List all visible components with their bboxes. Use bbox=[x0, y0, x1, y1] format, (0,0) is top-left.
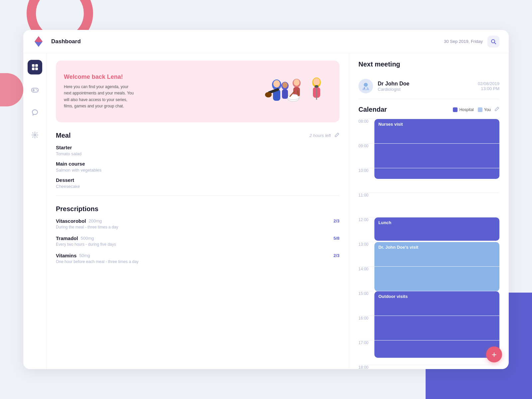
doctor-name: Dr John Doe bbox=[378, 81, 478, 87]
meeting-time: 02/08/2019 13:00 PM bbox=[478, 81, 499, 91]
presc-3-count: 2/3 bbox=[333, 253, 339, 258]
time-content-0900 bbox=[374, 144, 499, 168]
time-label-1300: 13:00 bbox=[358, 242, 374, 247]
time-slot-1200: 12:00 Lunch bbox=[358, 217, 499, 242]
calendar-title: Calendar bbox=[358, 106, 453, 113]
time-label-1700: 17:00 bbox=[358, 340, 374, 345]
meal-edit-icon[interactable] bbox=[334, 132, 339, 139]
app-body: Welcome back Lena! Here you can find you… bbox=[23, 53, 509, 369]
meal-main-detail: Salmon with vegetables bbox=[56, 168, 339, 173]
svg-line-25 bbox=[298, 91, 298, 96]
svg-rect-5 bbox=[35, 64, 38, 67]
add-event-button[interactable]: + bbox=[486, 346, 502, 362]
welcome-body: Here you can find your agenda, your next… bbox=[64, 84, 137, 109]
svg-point-13 bbox=[34, 134, 36, 136]
calendar-edit-icon[interactable] bbox=[494, 106, 499, 113]
welcome-illustration bbox=[258, 70, 332, 113]
page-title: Dashboard bbox=[51, 38, 81, 45]
legend-you-label: You bbox=[484, 107, 491, 112]
time-label-0800: 08:00 bbox=[358, 119, 374, 124]
next-meeting-section: Next meeting Dr John Doe bbox=[358, 61, 499, 99]
right-panel: Next meeting Dr John Doe bbox=[349, 53, 509, 369]
time-content-1300: Dr. John Doe's visit bbox=[374, 242, 499, 266]
prescriptions-title: Prescriptions bbox=[56, 205, 339, 213]
svg-point-23 bbox=[287, 94, 299, 100]
meeting-hour: 13:00 PM bbox=[478, 86, 499, 91]
welcome-banner: Welcome back Lena! Here you can find you… bbox=[56, 61, 339, 122]
svg-point-18 bbox=[265, 92, 272, 97]
presc-1-count: 2/3 bbox=[333, 218, 339, 223]
meal-starter-label: Starter bbox=[56, 145, 339, 150]
meeting-card: Dr John Doe Cardiologist 02/08/2019 13:0… bbox=[358, 73, 499, 99]
next-meeting-title: Next meeting bbox=[358, 61, 499, 68]
presc-2-count: 5/8 bbox=[333, 236, 339, 241]
time-content-1800 bbox=[374, 365, 499, 369]
svg-point-16 bbox=[273, 80, 280, 87]
time-content-0800: Nurses visit bbox=[374, 119, 499, 143]
app-logo bbox=[33, 36, 45, 48]
presc-3-name: Vitamins bbox=[56, 253, 76, 258]
time-content-1200: Lunch bbox=[374, 217, 499, 242]
event-lunch[interactable]: Lunch bbox=[374, 217, 499, 241]
doctor-avatar bbox=[358, 79, 373, 93]
meal-starter-detail: Tomato salad bbox=[56, 151, 339, 156]
sidebar-item-chat[interactable] bbox=[28, 105, 42, 120]
time-slot-1500: 15:00 Outdoor visits bbox=[358, 291, 499, 316]
meal-dessert-label: Dessert bbox=[56, 177, 339, 183]
presc-1-name: Vitascorobol bbox=[56, 218, 86, 224]
meal-section: Meal 2 hours left Starter Tomato salad bbox=[56, 132, 339, 189]
current-date: 30 Sep 2019, Friday bbox=[444, 39, 483, 44]
svg-rect-32 bbox=[282, 89, 288, 99]
svg-point-34 bbox=[364, 83, 368, 87]
left-panel: Welcome back Lena! Here you can find you… bbox=[47, 53, 349, 369]
app-container: Dashboard 30 Sep 2019, Friday bbox=[23, 30, 509, 369]
doctor-specialty: Cardiologist bbox=[378, 87, 478, 92]
prescription-3: Vitamins 50mg 2/3 One hour before each m… bbox=[56, 253, 339, 264]
meal-dessert-detail: Cheesecake bbox=[56, 184, 339, 189]
time-label-1100: 11:00 bbox=[358, 193, 374, 198]
meeting-date: 02/08/2019 bbox=[478, 81, 499, 86]
section-divider-1 bbox=[56, 196, 339, 196]
svg-rect-6 bbox=[32, 67, 35, 70]
sidebar-item-games[interactable] bbox=[28, 82, 42, 97]
time-content-1500: Outdoor visits bbox=[374, 291, 499, 316]
prescriptions-section: Prescriptions Vitascorobol 200mg 2/3 Dur… bbox=[56, 205, 339, 264]
time-slot-1800: 18:00 bbox=[358, 365, 499, 369]
legend-hospital-dot bbox=[453, 107, 458, 112]
prescription-2: Tramadol 500mg 5/8 Every two hours - dur… bbox=[56, 235, 339, 247]
presc-1-dose: 200mg bbox=[89, 218, 102, 223]
sidebar-item-settings[interactable] bbox=[28, 128, 42, 142]
time-slot-1300: 13:00 Dr. John Doe's visit bbox=[358, 242, 499, 266]
svg-point-28 bbox=[313, 78, 320, 85]
meal-meta: 2 hours left bbox=[310, 133, 331, 138]
presc-3-detail: One hour before each meal - three times … bbox=[56, 259, 339, 264]
time-label-1000: 10:00 bbox=[358, 168, 374, 173]
prescription-1: Vitascorobol 200mg 2/3 During the meal -… bbox=[56, 218, 339, 229]
sidebar-item-dashboard[interactable] bbox=[28, 60, 42, 74]
meal-dessert: Dessert Cheesecake bbox=[56, 177, 339, 189]
svg-rect-36 bbox=[364, 87, 365, 89]
svg-point-11 bbox=[36, 89, 36, 90]
time-slot-1700: 17:00 bbox=[358, 340, 499, 365]
calendar-section: Calendar Hospital You bbox=[358, 106, 499, 325]
time-label-0900: 09:00 bbox=[358, 144, 374, 148]
time-label-1800: 18:00 bbox=[358, 365, 374, 369]
time-label-1600: 16:00 bbox=[358, 316, 374, 321]
svg-rect-7 bbox=[35, 67, 38, 70]
svg-point-30 bbox=[315, 85, 319, 88]
sidebar bbox=[23, 53, 47, 369]
meal-main: Main course Salmon with vegetables bbox=[56, 161, 339, 173]
time-label-1200: 12:00 bbox=[358, 217, 374, 222]
presc-3-dose: 50mg bbox=[79, 253, 90, 258]
time-content-1000 bbox=[374, 168, 499, 193]
presc-1-detail: During the meal - three times a day bbox=[56, 225, 339, 229]
calendar-legend: Hospital You bbox=[453, 107, 491, 112]
search-button[interactable] bbox=[487, 36, 499, 48]
time-slot-0900: 09:00 bbox=[358, 143, 499, 168]
time-content-1100 bbox=[374, 193, 499, 217]
time-content-1700 bbox=[374, 340, 499, 365]
svg-marker-1 bbox=[35, 36, 43, 42]
legend-you: You bbox=[478, 107, 491, 112]
time-content-1600 bbox=[374, 316, 499, 340]
legend-hospital: Hospital bbox=[453, 107, 473, 112]
